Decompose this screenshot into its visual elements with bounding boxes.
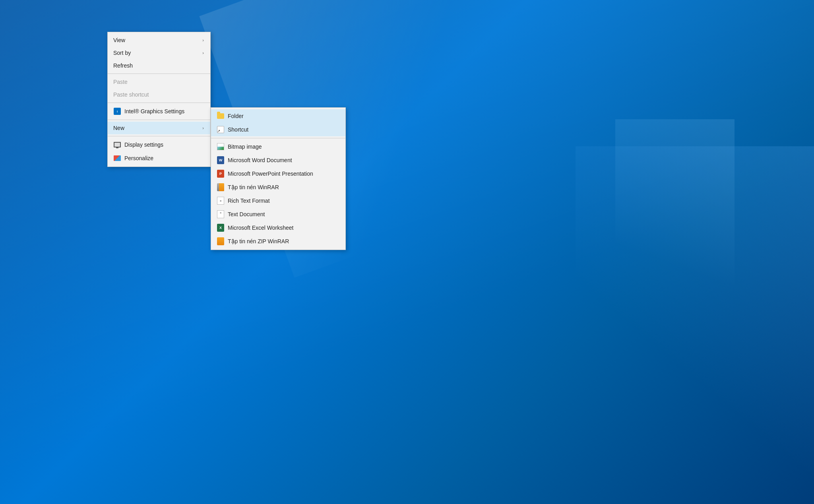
bg-streak-3 (576, 146, 814, 504)
menu-item-zip-winrar-label: Tập tin nén ZIP WinRAR (228, 238, 339, 244)
menu-item-text-doc-label: Text Document (228, 211, 339, 217)
menu-item-sort-label: Sort by (113, 50, 194, 56)
menu-item-display-label: Display settings (124, 142, 204, 148)
submenu-arrow-new: › (194, 126, 204, 130)
personalize-icon (113, 154, 121, 162)
menu-item-word[interactable]: W Microsoft Word Document (211, 153, 345, 167)
rtf-icon: ≡ (217, 197, 225, 205)
menu-item-rtf-label: Rich Text Format (228, 198, 339, 204)
intel-icon: i (113, 107, 121, 115)
shortcut-icon (217, 126, 225, 134)
winrar-icon (217, 183, 225, 191)
new-submenu: Folder Shortcut Bitmap image W Microsoft… (211, 107, 346, 250)
menu-item-winrar-label: Tập tin nén WinRAR (228, 184, 339, 190)
menu-item-excel[interactable]: X Microsoft Excel Worksheet (211, 221, 345, 235)
menu-item-text-doc[interactable]: ≡ Text Document (211, 207, 345, 221)
menu-item-refresh[interactable]: Refresh (108, 59, 210, 72)
menu-item-powerpoint-label: Microsoft PowerPoint Presentation (228, 171, 339, 177)
excel-icon: X (217, 224, 225, 232)
bitmap-icon (217, 143, 225, 151)
sub-separator-1 (211, 138, 345, 138)
menu-item-rtf[interactable]: ≡ Rich Text Format (211, 194, 345, 207)
menu-item-bitmap[interactable]: Bitmap image (211, 140, 345, 153)
submenu-arrow-sort: › (194, 50, 204, 55)
menu-item-paste-label: Paste (113, 79, 204, 85)
bg-streak-4 (615, 119, 735, 318)
menu-item-intel-label: Intel® Graphics Settings (124, 108, 204, 114)
menu-item-powerpoint[interactable]: P Microsoft PowerPoint Presentation (211, 167, 345, 180)
menu-item-paste[interactable]: Paste (108, 76, 210, 88)
text-doc-icon: ≡ (217, 210, 225, 218)
menu-item-new[interactable]: New › (108, 122, 210, 134)
menu-item-sort-by[interactable]: Sort by › (108, 47, 210, 59)
menu-item-paste-shortcut-label: Paste shortcut (113, 91, 204, 98)
menu-item-personalize[interactable]: Personalize (108, 151, 210, 165)
display-settings-icon (113, 141, 121, 149)
menu-item-zip-winrar[interactable]: Tập tin nén ZIP WinRAR (211, 235, 345, 248)
menu-item-excel-label: Microsoft Excel Worksheet (228, 225, 339, 231)
menu-item-view-label: View (113, 37, 194, 43)
menu-item-folder[interactable]: Folder (211, 109, 345, 123)
desktop: View › Sort by › Refresh Paste Paste sho… (0, 0, 814, 504)
menu-item-view[interactable]: View › (108, 34, 210, 47)
zip-winrar-icon (217, 237, 225, 245)
primary-context-menu: View › Sort by › Refresh Paste Paste sho… (107, 32, 211, 167)
menu-item-winrar[interactable]: Tập tin nén WinRAR (211, 180, 345, 194)
separator-1 (108, 74, 210, 74)
separator-4 (108, 136, 210, 136)
folder-icon (217, 112, 225, 120)
menu-item-personalize-label: Personalize (124, 155, 204, 161)
separator-3 (108, 120, 210, 120)
menu-item-new-label: New (113, 125, 194, 131)
separator-2 (108, 103, 210, 103)
menu-item-paste-shortcut[interactable]: Paste shortcut (108, 88, 210, 101)
powerpoint-icon: P (217, 170, 225, 178)
menu-item-bitmap-label: Bitmap image (228, 143, 339, 150)
menu-item-word-label: Microsoft Word Document (228, 157, 339, 163)
menu-item-shortcut-label: Shortcut (228, 126, 339, 133)
menu-item-intel-graphics[interactable]: i Intel® Graphics Settings (108, 105, 210, 118)
menu-item-shortcut[interactable]: Shortcut (211, 123, 345, 136)
menu-item-display-settings[interactable]: Display settings (108, 138, 210, 151)
menu-item-folder-label: Folder (228, 113, 339, 119)
menu-item-refresh-label: Refresh (113, 62, 204, 69)
word-icon: W (217, 156, 225, 164)
submenu-arrow-view: › (194, 38, 204, 43)
